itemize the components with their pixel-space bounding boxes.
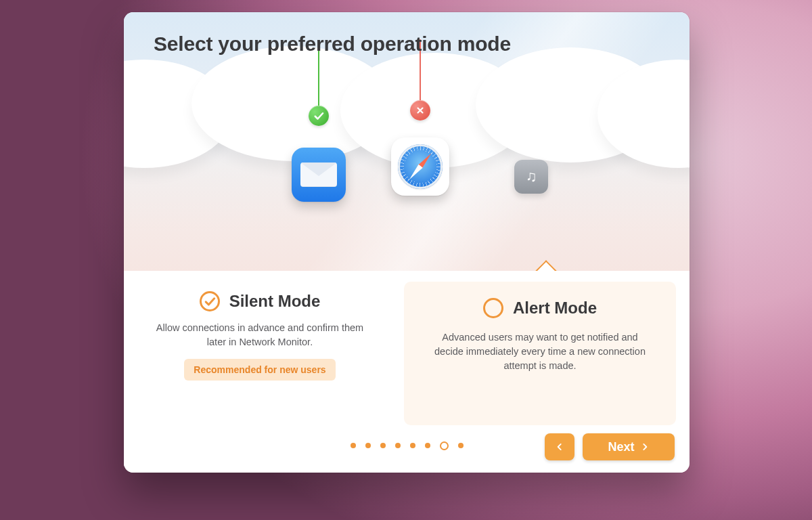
illustration-apps: ♫: [124, 80, 690, 269]
check-icon: [309, 106, 329, 126]
safari-icon: [391, 137, 449, 196]
mail-icon: [292, 148, 346, 202]
option-alert-title: Alert Mode: [513, 299, 597, 318]
pager-dot[interactable]: [380, 443, 386, 448]
option-alert-mode[interactable]: Alert Mode Advanced users may want to ge…: [404, 282, 676, 425]
radio-selected-icon: [200, 291, 220, 311]
next-button[interactable]: Next: [583, 433, 675, 460]
pager-dot[interactable]: [410, 443, 415, 448]
music-icon: ♫: [514, 160, 548, 194]
option-silent-mode[interactable]: Silent Mode Allow connections in advance…: [124, 271, 396, 473]
back-button[interactable]: [545, 433, 574, 460]
next-button-label: Next: [608, 440, 634, 454]
chevron-left-icon: [555, 441, 564, 453]
recommended-badge: Recommended for new users: [184, 359, 335, 381]
page-title: Select your preferred operation mode: [154, 32, 511, 56]
option-silent-description: Allow connections in advance and confirm…: [148, 321, 371, 349]
pager-dot[interactable]: [458, 443, 464, 448]
pager-dot[interactable]: [395, 443, 401, 448]
radio-unselected-icon: [483, 298, 503, 318]
pager-dot[interactable]: [365, 443, 371, 448]
pager-dot[interactable]: [425, 443, 430, 448]
pager-dot[interactable]: [351, 443, 356, 448]
option-alert-description: Advanced users may want to get notified …: [428, 330, 652, 373]
nav-buttons: Next: [545, 433, 675, 460]
pager-dot-current[interactable]: [440, 441, 449, 450]
x-icon: [410, 100, 430, 121]
option-silent-title: Silent Mode: [229, 292, 321, 311]
onboarding-dialog: Select your preferred operation mode: [124, 12, 690, 473]
chevron-right-icon: [640, 441, 650, 453]
